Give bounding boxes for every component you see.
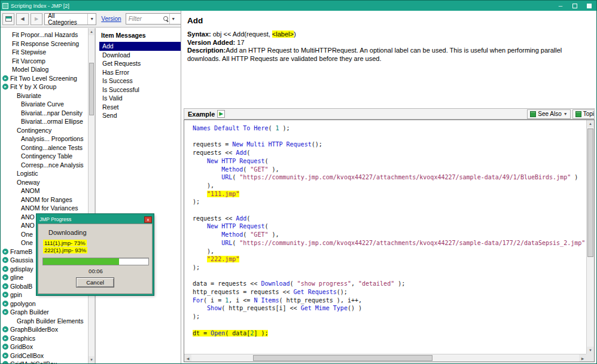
- see-also-label: See Also: [538, 111, 561, 117]
- dialog-close-icon[interactable]: x: [144, 216, 152, 223]
- tree-item[interactable]: ▸Graphics: [1, 334, 88, 343]
- code-line: Names Default To Here( 1 );: [193, 124, 586, 133]
- tree-item[interactable]: Bivariate: [1, 91, 88, 100]
- code-vscroll-thumb[interactable]: [587, 129, 593, 257]
- tree-item[interactable]: Conting...alence Tests: [1, 143, 88, 152]
- tree-item-label: Fit Response Screening: [12, 40, 79, 47]
- tree-item-label: Fit Varcomp: [12, 57, 45, 65]
- tree-item[interactable]: Model Dialog: [1, 65, 88, 74]
- code-vertical-scrollbar[interactable]: ▲ ▼: [586, 120, 594, 354]
- code-line: [193, 206, 586, 215]
- message-item[interactable]: Add: [99, 42, 181, 51]
- scroll-down-icon[interactable]: ▼: [587, 347, 594, 354]
- tree-item[interactable]: ▸Fit Two Level Screening: [1, 74, 88, 83]
- tree-item[interactable]: Graph Builder Elements: [1, 317, 88, 326]
- tree-item-label: Contingency: [17, 127, 51, 134]
- tree-item[interactable]: ANOM for Variances: [1, 204, 88, 213]
- description-text: Add an HTTP Request to MultiHTTPRequest.…: [187, 47, 562, 62]
- scroll-up-icon[interactable]: ▲: [89, 28, 95, 35]
- message-item[interactable]: Is Valid: [99, 94, 181, 103]
- category-dropdown[interactable]: All Categories ▼: [44, 13, 96, 25]
- cancel-button[interactable]: Cancel: [76, 277, 114, 287]
- code-line: requests = New Multi HTTP Request();: [193, 140, 586, 149]
- topic-help-button[interactable]: Topic H: [572, 109, 595, 119]
- tree-item[interactable]: ▸GraphBuilderBox: [1, 325, 88, 334]
- tree-item[interactable]: Bivariat...ormal Ellipse: [1, 117, 88, 126]
- message-item[interactable]: Reset: [99, 103, 181, 112]
- version-link[interactable]: Version: [101, 16, 121, 22]
- tree-item[interactable]: Fit Response Screening: [1, 39, 88, 48]
- message-item[interactable]: Is Successful: [99, 85, 181, 94]
- tree-item[interactable]: ▸Graph Builder: [1, 308, 88, 317]
- scroll-right-icon[interactable]: ▶: [579, 354, 586, 362]
- tree-item[interactable]: Fit Varcomp: [1, 57, 88, 66]
- tree-item-label: Fit Y by X Group: [10, 83, 56, 90]
- scroll-up-icon[interactable]: ▲: [587, 120, 594, 127]
- scroll-left-icon[interactable]: ◀: [184, 354, 191, 362]
- tree-item[interactable]: ▸GridBox: [1, 342, 88, 351]
- message-item[interactable]: Download: [99, 51, 181, 60]
- tree-item[interactable]: ▸GridCellBox: [1, 351, 88, 360]
- category-icon: ▸: [2, 249, 8, 255]
- tree-item-label: gdisplay: [10, 265, 33, 273]
- chevron-down-icon: ▼: [564, 112, 568, 116]
- tree-item[interactable]: ▸GridMultiCellBox: [1, 360, 88, 363]
- back-button[interactable]: ◀: [16, 13, 28, 25]
- close-button[interactable]: [582, 1, 596, 11]
- message-item[interactable]: Is Success: [99, 77, 181, 85]
- code-hscroll-thumb[interactable]: [253, 355, 432, 361]
- code-line: URL( "https://community.jmp.com/kvoqx442…: [193, 173, 586, 182]
- tree-item-label: Contingency Table: [21, 152, 72, 160]
- category-icon: ▸: [2, 309, 8, 315]
- tree-item[interactable]: Logistic: [1, 169, 88, 178]
- run-script-icon[interactable]: ▶: [217, 110, 225, 118]
- message-item[interactable]: Has Error: [99, 68, 181, 77]
- maximize-button[interactable]: [568, 1, 582, 11]
- code-line: [193, 321, 586, 329]
- code-horizontal-scrollbar[interactable]: ◀ ▶: [184, 354, 586, 362]
- dialog-title: JMP Progress: [39, 216, 144, 222]
- progress-bar: [42, 258, 149, 265]
- jmp-progress-dialog: JMP Progress x Downloading 111(1).jmp- 7…: [36, 214, 154, 295]
- tree-scrollbar-thumb[interactable]: [89, 63, 94, 115]
- message-item[interactable]: Get Requests: [99, 59, 181, 68]
- syntax-line: Syntax:obj << Add(request, <label>): [187, 30, 589, 39]
- tree-item[interactable]: ▸gpolygon: [1, 299, 88, 308]
- tree-item[interactable]: Fit Stepwise: [1, 48, 88, 57]
- book-icon: [575, 111, 581, 117]
- tree-item[interactable]: Analysis... Proportions: [1, 134, 88, 143]
- code-line: Method( "GET" ),: [193, 231, 586, 239]
- tree-item[interactable]: Bivariate Curve: [1, 100, 88, 109]
- tree-item[interactable]: ANOM: [1, 186, 88, 195]
- tree-item[interactable]: Contingency: [1, 126, 88, 135]
- minimize-button[interactable]: ─: [553, 1, 568, 11]
- example-label: Example: [188, 111, 215, 118]
- tree-item[interactable]: Contingency Table: [1, 152, 88, 161]
- tree-item[interactable]: ▸Fit Y by X Group: [1, 82, 88, 91]
- show-tree-button[interactable]: [2, 13, 14, 25]
- forward-button[interactable]: ▶: [31, 13, 42, 25]
- filter-dropdown-icon[interactable]: ▼: [169, 14, 177, 24]
- tree-item[interactable]: Bivariat...npar Density: [1, 109, 88, 118]
- tree-scrollbar[interactable]: ▲ ▼: [88, 28, 95, 363]
- titlebar: Scripting Index - JMP [2] ─: [1, 1, 596, 11]
- tree-item[interactable]: Fit Propor...nal Hazards: [1, 30, 88, 39]
- see-also-button[interactable]: See Also ▼: [527, 109, 570, 119]
- code-editor[interactable]: Names Default To Here( 1 ); requests = N…: [184, 120, 586, 354]
- message-item[interactable]: Send: [99, 111, 181, 120]
- tree-item-label: Fit Stepwise: [12, 48, 46, 56]
- category-icon: ▸: [2, 292, 8, 298]
- tree-item[interactable]: ANOM for Ranges: [1, 195, 88, 204]
- code-line: [193, 133, 586, 141]
- tree-item-label: Fit Propor...nal Hazards: [12, 31, 78, 38]
- scroll-down-icon[interactable]: ▼: [89, 356, 95, 363]
- code-line: dt = Open( data[2] );: [193, 329, 586, 338]
- code-line: );: [193, 313, 586, 321]
- topic-help-label: Topic H: [583, 111, 595, 117]
- tree-item[interactable]: Oneway: [1, 178, 88, 187]
- filter-input[interactable]: [129, 16, 163, 22]
- tree-item-label: ANOM: [21, 187, 40, 194]
- code-line: Method( "GET" ),: [193, 166, 586, 174]
- code-line: URL( "https://community.jmp.com/kvoqx442…: [193, 239, 586, 247]
- tree-item[interactable]: Corresp...nce Analysis: [1, 161, 88, 170]
